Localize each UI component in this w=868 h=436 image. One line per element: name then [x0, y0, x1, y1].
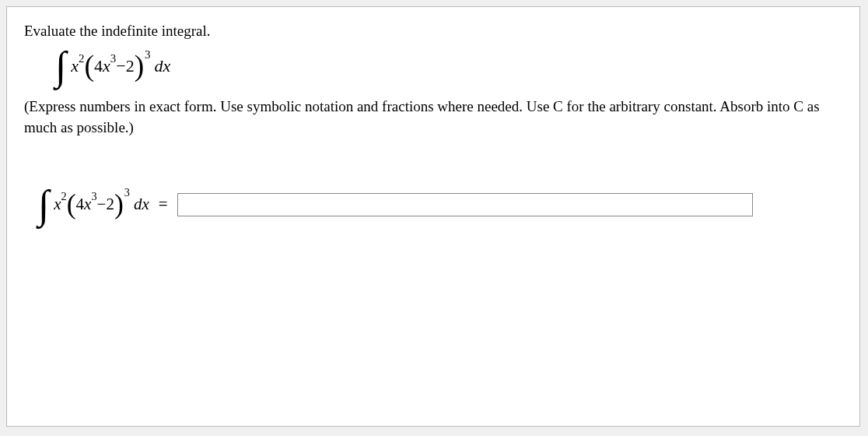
answer-row: ∫ x2 ( 4x3 − 2 ) 3 dx =	[38, 193, 842, 216]
inner-coef-2: 4	[76, 193, 85, 216]
rparen: )	[135, 58, 144, 75]
paren-group-2: ( 4x3 − 2 )	[67, 193, 124, 216]
var-x-outer-2: x	[54, 193, 61, 216]
integrand: x2 ( 4x3 − 2 ) 3 dx	[71, 54, 170, 79]
minus: −	[116, 54, 125, 79]
instructions-content: (Express numbers in exact form. Use symb…	[24, 98, 820, 135]
inner-const: 2	[126, 54, 135, 79]
exp-inner-2: 3	[91, 189, 96, 205]
dx: dx	[155, 54, 171, 79]
prompt-text: Evaluate the indefinite integral.	[24, 21, 842, 42]
lparen-2: (	[67, 196, 76, 213]
instructions-text: (Express numbers in exact form. Use symb…	[24, 97, 842, 138]
var-x-outer: x	[71, 54, 79, 79]
var-x-inner: x	[103, 54, 110, 79]
inner-const-2: 2	[106, 193, 114, 216]
rparen-2: )	[114, 196, 124, 213]
answer-input[interactable]	[177, 193, 753, 216]
question-container: Evaluate the indefinite integral. ∫ x2 (…	[6, 6, 860, 427]
outer-exp-2: 3	[124, 185, 130, 201]
outer-exp: 3	[145, 47, 150, 63]
lparen: (	[85, 58, 94, 75]
exp-inner: 3	[110, 51, 116, 67]
dx-2: dx	[134, 193, 149, 216]
exp-outer-2: 2	[61, 189, 67, 205]
paren-group: ( 4x3 − 2 )	[85, 54, 145, 79]
exp-outer: 2	[79, 51, 84, 67]
integrand-answer: x2 ( 4x3 − 2 ) 3 dx	[54, 193, 149, 216]
integral-expression-answer: ∫ x2 ( 4x3 − 2 ) 3 dx	[38, 193, 149, 216]
var-x-inner-2: x	[84, 193, 91, 216]
equals-sign: =	[159, 193, 168, 216]
minus-2: −	[97, 193, 107, 216]
integral-expression-display: ∫ x2 ( 4x3 − 2 ) 3 dx	[55, 54, 842, 79]
inner-coef: 4	[94, 54, 103, 79]
